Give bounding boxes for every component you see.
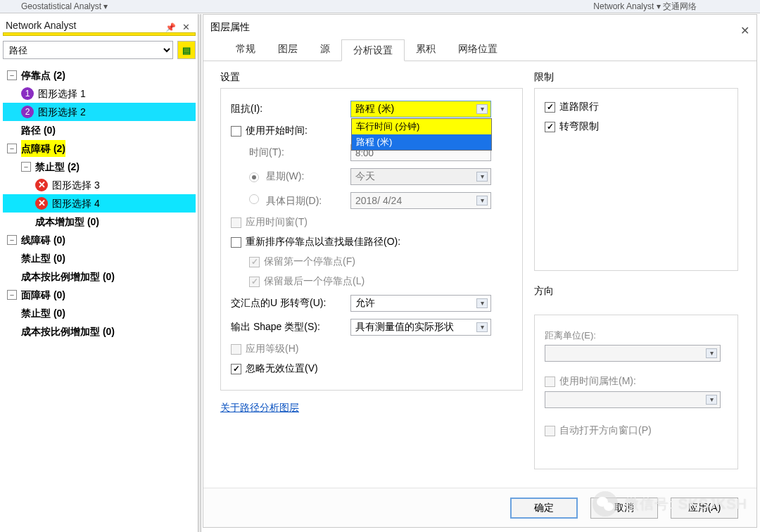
tree-stops[interactable]: 停靠点 (2)	[21, 67, 65, 84]
error-icon: ✕	[35, 197, 48, 210]
tree-poly-barrier[interactable]: 面障碍 (0)	[21, 286, 65, 303]
ignore-invalid-checkbox[interactable]	[231, 364, 241, 374]
top-right-text: Network Analyst ▾ 交通网络	[593, 0, 697, 13]
impedance-dropdown[interactable]: 路程 (米) ▾ 车行时间 (分钟) 路程 (米)	[350, 101, 491, 118]
tab-general[interactable]: 常规	[224, 39, 267, 61]
auto-open-checkbox	[545, 426, 555, 436]
ok-button[interactable]: 确定	[510, 498, 578, 519]
dist-unit-dropdown: ▾	[545, 345, 721, 362]
tree-ln-barrier[interactable]: 线障碍 (0)	[21, 232, 65, 248]
keep-last-label: 保留最后一个停靠点(L)	[264, 275, 365, 288]
tree-gs2[interactable]: 图形选择 2	[38, 103, 86, 120]
time-window-checkbox	[231, 217, 241, 228]
wechat-watermark: 微信号: SKSJKSH	[593, 491, 747, 517]
restrict-road-checkbox[interactable]	[545, 102, 555, 113]
week-dropdown: 今天 ▾	[350, 168, 491, 185]
dialog-close-icon[interactable]: ✕	[740, 19, 749, 43]
use-start-checkbox[interactable]	[231, 126, 241, 137]
date-value: 2018/ 4/24	[355, 195, 402, 206]
error-icon: ✕	[35, 179, 48, 191]
shape-label: 输出 Shape 类型(S):	[231, 321, 350, 334]
tree-poly-cost[interactable]: 成本按比例增加型 (0)	[21, 323, 115, 340]
stop-index-icon: 1	[21, 87, 34, 100]
chevron-down-icon: ▾	[706, 348, 717, 358]
keep-last-checkbox	[249, 277, 260, 287]
auto-open-label: 自动打开方向窗口(P)	[559, 424, 652, 437]
network-analyst-panel: Network Analyst 📌 ✕ 路径 ▤ − 停靠点 (2) 1 图形选…	[3, 17, 196, 524]
tree-gs3[interactable]: 图形选择 3	[52, 177, 100, 194]
calendar-icon: ▾	[476, 196, 488, 205]
stop-index-icon: 2	[21, 106, 34, 118]
splitter[interactable]	[198, 14, 201, 532]
tree-ln-ban[interactable]: 禁止型 (0)	[21, 250, 65, 267]
tree-pt-barrier[interactable]: 点障碍 (2)	[21, 140, 65, 157]
chevron-down-icon: ▾	[476, 322, 488, 332]
chevron-down-icon: ▾	[476, 172, 488, 182]
expander-icon[interactable]: −	[7, 70, 17, 80]
impedance-option-dist[interactable]: 路程 (米)	[352, 134, 491, 150]
keep-first-label: 保留第一个停靠点(F)	[264, 255, 355, 268]
wechat-icon	[593, 491, 618, 517]
close-icon[interactable]: ✕	[182, 19, 190, 36]
impedance-option-time[interactable]: 车行时间 (分钟)	[352, 119, 491, 134]
use-start-label: 使用开始时间:	[246, 125, 308, 137]
route-layer-select[interactable]: 路径	[3, 41, 173, 59]
layer-props-button[interactable]: ▤	[177, 41, 196, 59]
tab-source[interactable]: 源	[309, 39, 341, 61]
week-label: 星期(W):	[266, 170, 304, 182]
uturn-label: 交汇点的U 形转弯(U):	[231, 297, 350, 310]
dialog-title: 图层属性	[210, 21, 250, 32]
tab-analysis[interactable]: 分析设置	[341, 39, 405, 61]
restrict-label: 限制	[534, 71, 738, 84]
tree-poly-ban[interactable]: 禁止型 (0)	[21, 305, 65, 322]
chevron-down-icon: ▾	[476, 104, 488, 114]
reorder-label: 重新排序停靠点以查找最佳路径(O):	[246, 236, 400, 248]
tree-ln-cost[interactable]: 成本按比例增加型 (0)	[21, 268, 115, 285]
impedance-value: 路程 (米)	[355, 103, 394, 115]
impedance-label: 阻抗(I):	[231, 103, 350, 115]
week-radio	[249, 172, 259, 182]
tab-layers[interactable]: 图层	[267, 39, 309, 61]
use-time-attr-checkbox	[545, 376, 555, 387]
tab-netloc[interactable]: 网络位置	[447, 39, 509, 61]
time-window-label: 应用时间窗(T)	[246, 216, 308, 229]
ignore-invalid-label: 忽略无效位置(V)	[246, 362, 318, 375]
tree-gs4[interactable]: 图形选择 4	[52, 195, 100, 212]
tree-pt-ban[interactable]: 禁止型 (2)	[35, 158, 80, 175]
expander-icon[interactable]: −	[7, 235, 17, 245]
date-label: 具体日期(D):	[266, 195, 322, 206]
pin-icon[interactable]: 📌	[165, 19, 176, 36]
keep-first-checkbox	[249, 257, 260, 267]
watermark-text: 微信号: SKSJKSH	[625, 495, 747, 514]
shape-value: 具有测量值的实际形状	[355, 321, 454, 334]
date-picker: 2018/ 4/24 ▾	[350, 192, 491, 209]
use-time-attr-label: 使用时间属性(M):	[559, 375, 636, 388]
restrict-road-label: 道路限行	[559, 101, 599, 113]
hierarchy-label: 应用等级(H)	[246, 343, 298, 355]
time-label: 时间(T):	[231, 146, 350, 159]
expander-icon[interactable]: −	[7, 144, 17, 153]
tree-routes[interactable]: 路径 (0)	[21, 122, 56, 139]
restrict-turn-label: 转弯限制	[559, 120, 599, 133]
direction-group-label: 方向	[534, 285, 738, 298]
na-tree: − 停靠点 (2) 1 图形选择 1 2 图形选择 2 路径 (0) − 点障碍…	[3, 66, 196, 341]
expander-icon[interactable]: −	[21, 162, 31, 172]
dist-unit-label: 距离单位(E):	[545, 329, 728, 342]
layer-properties-dialog: 图层属性 ✕ 常规 图层 源 分析设置 累积 网络位置 设置 阻抗(I): 路程…	[203, 14, 757, 528]
hierarchy-checkbox	[231, 344, 241, 355]
about-link[interactable]: 关于路径分析图层	[220, 402, 299, 413]
tree-gs1[interactable]: 图形选择 1	[38, 85, 86, 102]
tree-cost-add[interactable]: 成本增加型 (0)	[35, 213, 99, 230]
chevron-down-icon: ▾	[706, 395, 717, 405]
settings-label: 设置	[220, 71, 523, 84]
expander-icon[interactable]: −	[7, 290, 17, 300]
tab-accum[interactable]: 累积	[405, 39, 447, 61]
reorder-checkbox[interactable]	[231, 237, 241, 248]
week-value: 今天	[355, 170, 375, 183]
tab-bar: 常规 图层 源 分析设置 累积 网络位置	[203, 39, 756, 61]
restrict-turn-checkbox[interactable]	[545, 122, 555, 132]
time-attr-dropdown: ▾	[545, 391, 721, 408]
date-radio	[249, 194, 259, 204]
shape-dropdown[interactable]: 具有测量值的实际形状 ▾	[350, 319, 491, 336]
uturn-dropdown[interactable]: 允许 ▾	[350, 295, 491, 312]
